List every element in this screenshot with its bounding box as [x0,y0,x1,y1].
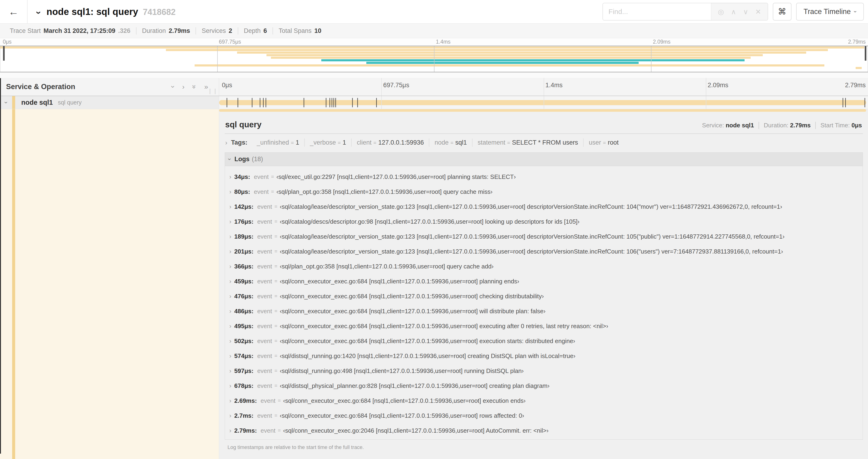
log-entry[interactable]: ›2.69ms:event=‹sql/conn_executor_exec.go… [226,393,863,408]
minimap-time-labels: 0μs697.75μs1.4ms2.09ms2.79ms [0,38,868,46]
log-marker-tick[interactable] [266,98,266,107]
clear-search-icon[interactable]: ✕ [755,8,761,16]
gridline [381,78,382,96]
log-entry[interactable]: ›2.7ms:event=‹sql/conn_executor_exec.go:… [226,408,863,423]
log-marker-tick[interactable] [376,98,377,107]
log-marker-tick[interactable] [330,98,330,107]
log-entry[interactable]: ›597μs:event=‹sql/distsql_running.go:498… [226,363,863,378]
chevron-right-icon: › [226,367,234,374]
log-entry[interactable]: ›201μs:event=‹sql/catalog/lease/descript… [226,244,863,259]
back-button[interactable]: ← [0,0,28,23]
gridline [434,46,434,72]
log-marker-tick[interactable] [326,98,327,107]
trace-timeline-dropdown[interactable]: Trace Timeline › [796,3,864,21]
app-header: ← › node sql1: sql query 7418682 ◎ ∧ ∨ ✕… [0,0,868,23]
tag-pill: client=127.0.0.1:59936 [352,138,429,147]
span-color-stripe [12,96,15,109]
log-entry[interactable]: ›574μs:event=‹sql/distsql_running.go:142… [226,349,863,363]
time-scale-label: 2.79ms [845,81,866,89]
log-entry[interactable]: ›176μs:event=‹sql/catalog/descs/descript… [226,214,863,229]
log-entry[interactable]: ›2.79ms:event=‹sql/conn_executor_exec.go… [226,423,863,438]
log-marker-tick[interactable] [304,98,304,107]
logs-count: (18) [252,156,263,163]
collapse-all-icon[interactable]: » [190,85,198,89]
log-marker-tick[interactable] [352,98,353,107]
logs-note: Log timestamps are relative to the start… [225,440,863,454]
log-marker-tick[interactable] [357,98,358,107]
log-marker-tick[interactable] [252,98,252,107]
tags-accordion[interactable]: › Tags: _unfinished=1_verbose=1client=12… [225,134,863,151]
log-entry[interactable]: ›80μs:event=‹sql/plan_opt.go:358 [nsql1,… [226,184,863,199]
log-marker-tick[interactable] [226,98,227,107]
chevron-right-icon: › [226,233,234,240]
log-marker-tick[interactable] [332,98,332,107]
tag-pill: _unfinished=1 [251,138,305,147]
log-entry[interactable]: ›476μs:event=‹sql/conn_executor_exec.go:… [226,289,863,304]
chevron-right-icon: › [226,427,234,434]
trace-title-group: › node sql1: sql query 7418682 [37,6,176,17]
timeline-table-header: Service & Operation › › » » ❘❘ 0μs697.75… [0,78,868,96]
keyboard-shortcuts-button[interactable]: ⌘ [773,3,792,21]
find-input[interactable] [603,3,711,20]
span-row-timeline[interactable] [219,96,868,109]
detail-duration: Duration: 2.79ms [759,122,816,129]
log-entry[interactable]: ›502μs:event=‹sql/conn_executor_exec.go:… [226,333,863,349]
log-marker-tick[interactable] [263,98,264,107]
chevron-right-icon: › [226,352,234,360]
trace-minimap: 0μs697.75μs1.4ms2.09ms2.79ms [0,38,868,78]
log-marker-tick[interactable] [260,98,260,107]
locate-icon[interactable]: ◎ [718,8,724,16]
gridline [706,78,706,96]
service-operation-header: Service & Operation › › » » ❘❘ [0,78,219,96]
gridline [544,78,544,96]
time-scale-label: 2.09ms [708,81,728,89]
tags-label: Tags: [231,139,247,146]
logs-list: ›34μs:event=‹sql/exec_util.go:2297 [nsql… [225,166,863,439]
minimap-left-handle[interactable] [3,46,5,61]
log-entry[interactable]: ›142μs:event=‹sql/catalog/lease/descript… [226,199,863,214]
log-marker-tick[interactable] [845,98,846,107]
chevron-right-icon: › [226,323,234,330]
expand-one-icon[interactable]: › [182,83,185,91]
log-marker-tick[interactable] [334,98,334,107]
span-operation-name: sql query [58,99,82,106]
minimap-canvas[interactable] [0,46,868,72]
find-suffix-buttons: ◎ ∧ ∨ ✕ [711,3,768,20]
log-entry[interactable]: ›486μs:event=‹sql/conn_executor_exec.go:… [226,304,863,319]
gridline [706,96,706,109]
timeline-ruler: 0μs697.75μs1.4ms2.09ms2.79ms [219,78,868,96]
log-entry[interactable]: ›189μs:event=‹sql/catalog/lease/descript… [226,229,863,244]
next-result-icon[interactable]: ∨ [743,8,748,16]
log-entry[interactable]: ›459μs:event=‹sql/conn_executor_exec.go:… [226,274,863,289]
trace-meta-item: Total Spans10 [273,27,327,35]
chevron-right-icon: › [226,308,234,315]
log-entry[interactable]: ›495μs:event=‹sql/conn_executor_exec.go:… [226,319,863,333]
span-row-label[interactable]: › node sql1 sql query [0,96,219,109]
span-detail-panel: sql query Service: node sql1 Duration: 2… [219,109,868,459]
collapse-trace-chevron-icon[interactable]: › [34,11,44,14]
tag-pill: statement=SELECT * FROM users [472,138,584,147]
span-duration-bar[interactable] [219,100,866,105]
span-expander-chevron-icon[interactable]: › [3,97,10,109]
trace-meta-item: Services2 [196,27,238,35]
column-resizer-handle[interactable]: ❘❘ [208,88,218,94]
log-marker-tick[interactable] [335,98,336,107]
service-operation-title: Service & Operation [6,83,75,91]
chevron-right-icon: › [225,139,227,146]
log-entry[interactable]: ›34μs:event=‹sql/exec_util.go:2297 [nsql… [226,169,863,184]
tag-pill: node=sql1 [429,138,472,147]
command-icon: ⌘ [778,7,786,17]
log-entry[interactable]: ›678μs:event=‹sql/distsql_physical_plann… [226,378,863,393]
log-marker-tick[interactable] [843,98,843,107]
trace-meta-item: Depth6 [238,27,273,35]
trace-id: 7418682 [143,7,176,17]
log-marker-tick[interactable] [865,98,865,107]
tag-pill: user=root [584,138,624,147]
minimap-right-handle[interactable] [865,46,866,61]
log-marker-tick[interactable] [238,98,238,107]
logs-header[interactable]: › Logs (18) [225,153,863,166]
prev-result-icon[interactable]: ∧ [731,8,736,16]
time-scale-label: 2.79ms [848,39,866,45]
collapse-one-icon[interactable]: › [169,86,177,88]
log-entry[interactable]: ›366μs:event=‹sql/plan_opt.go:358 [nsql1… [226,259,863,274]
